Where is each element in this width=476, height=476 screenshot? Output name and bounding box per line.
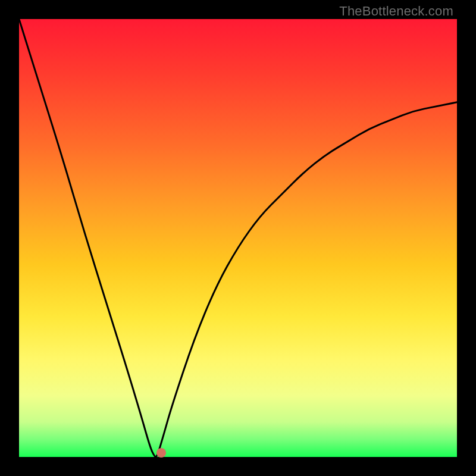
chart-frame: TheBottleneck.com: [0, 0, 476, 476]
bottleneck-curve: [19, 19, 457, 457]
plot-area: [19, 19, 457, 457]
curve-svg: [19, 19, 457, 457]
watermark-text: TheBottleneck.com: [339, 4, 453, 19]
optimal-point-marker: [156, 448, 166, 458]
